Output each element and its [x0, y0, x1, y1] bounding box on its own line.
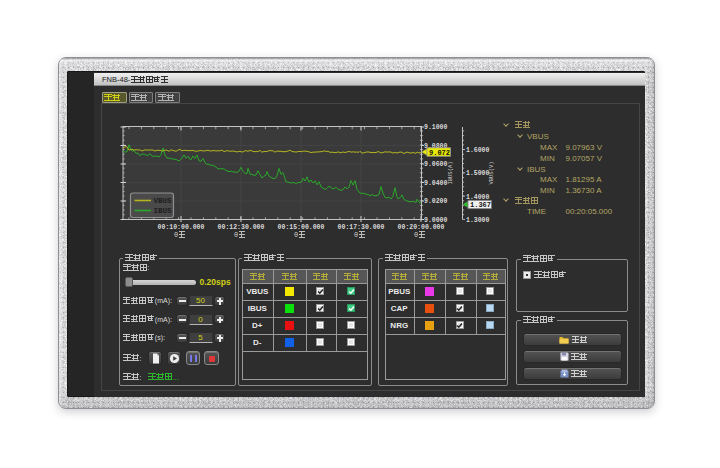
svg-text:00:20:00.000: 00:20:00.000	[398, 224, 445, 231]
svg-text:00:15:00.000: 00:15:00.000	[278, 224, 325, 231]
svg-text:IBUS: IBUS	[154, 207, 173, 215]
svg-text:1.3000: 1.3000	[466, 217, 490, 224]
svg-text:9.072: 9.072	[429, 149, 450, 157]
svg-text:00:12:30.000: 00:12:30.000	[218, 224, 265, 231]
svg-text:VBUS: VBUS	[154, 197, 173, 205]
svg-text:1.367: 1.367	[470, 201, 491, 209]
svg-text:00:10:00.000: 00:10:00.000	[158, 224, 205, 231]
svg-text:00:17:30.000: 00:17:30.000	[338, 224, 385, 231]
svg-text:9.1000: 9.1000	[424, 124, 448, 131]
